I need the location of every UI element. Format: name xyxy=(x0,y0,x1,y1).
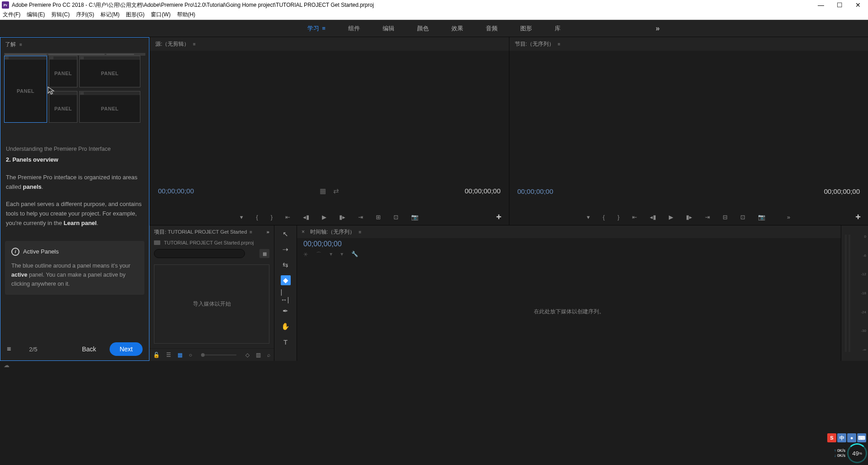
go-to-in-icon[interactable]: ⇤ xyxy=(632,214,637,221)
timeline-panel-title: 时间轴:（无序列） xyxy=(310,228,355,236)
marker-icon[interactable]: ▾ xyxy=(587,214,590,221)
import-media-zone[interactable]: 导入媒体以开始 xyxy=(154,264,269,344)
panel-menu-icon[interactable]: ≡ xyxy=(19,42,22,47)
slip-tool-icon[interactable]: |↔| xyxy=(281,291,291,301)
type-tool-icon[interactable]: T xyxy=(281,337,291,347)
sort-icon[interactable]: ◇ xyxy=(245,352,249,358)
menu-file[interactable]: 文件(F) xyxy=(3,11,20,19)
extract-icon[interactable]: ⊡ xyxy=(740,214,745,221)
workspace-learn[interactable]: 学习≡ xyxy=(307,24,326,33)
in-point-icon[interactable]: { xyxy=(603,214,604,221)
workspace-editing[interactable]: 编辑 xyxy=(383,24,394,33)
workspace-audio[interactable]: 音频 xyxy=(486,24,498,33)
menu-help[interactable]: 帮助(H) xyxy=(177,11,196,19)
ime-keyboard-icon[interactable]: ⌨ xyxy=(857,433,866,442)
tutorial-menu-icon[interactable]: ≡ xyxy=(7,345,11,353)
ripple-edit-tool-icon[interactable]: ⇆ xyxy=(281,260,291,270)
menu-sequence[interactable]: 序列(S) xyxy=(76,11,94,19)
close-tab-icon[interactable]: × xyxy=(302,229,305,235)
learn-panel[interactable]: 了解 ≡ PANEL PANEL PANEL PANEL PANEL xyxy=(0,37,149,361)
ime-chinese-icon[interactable]: 中 xyxy=(837,433,846,442)
workspace-libraries[interactable]: 库 xyxy=(555,24,561,33)
menu-clip[interactable]: 剪辑(C) xyxy=(51,11,70,19)
marker-icon[interactable]: ▾ xyxy=(340,251,343,259)
timeline-timecode[interactable]: 00;00;00;00 xyxy=(297,238,841,250)
overflow-icon[interactable]: » xyxy=(787,214,790,221)
program-scrub-bar[interactable] xyxy=(516,199,862,209)
ime-punct-icon[interactable]: ● xyxy=(847,433,856,442)
go-to-out-icon[interactable]: ⇥ xyxy=(358,214,363,221)
out-point-icon[interactable]: } xyxy=(271,214,273,221)
lock-icon[interactable]: 🔓 xyxy=(153,352,160,358)
maximize-button[interactable]: ☐ xyxy=(837,1,843,9)
snap-icon[interactable]: ⚹ xyxy=(303,251,308,259)
close-button[interactable]: ✕ xyxy=(855,1,861,9)
icon-view-icon[interactable]: ▦ xyxy=(177,352,182,358)
workspace-overflow-icon[interactable]: » xyxy=(656,24,660,33)
freeform-view-icon[interactable]: ○ xyxy=(189,352,192,358)
pen-tool-icon[interactable]: ✒ xyxy=(281,306,291,316)
ime-sogou-icon[interactable]: S xyxy=(827,433,836,442)
zoom-slider[interactable] xyxy=(201,355,236,355)
play-icon[interactable]: ▶ xyxy=(669,214,673,221)
source-monitor[interactable]: 源:（无剪辑） ≡ 00;00;00;00 ▦ ⇄ 00;00;00;00 ▾ … xyxy=(149,37,509,225)
linked-selection-icon[interactable]: ⌒ xyxy=(316,251,321,259)
panel-overflow-icon[interactable]: » xyxy=(267,229,269,235)
out-point-icon[interactable]: } xyxy=(618,214,619,221)
panel-menu-icon[interactable]: ≡ xyxy=(359,230,361,235)
menu-window[interactable]: 窗口(W) xyxy=(151,11,170,19)
menu-edit[interactable]: 编辑(E) xyxy=(27,11,45,19)
source-scrub-bar[interactable] xyxy=(156,199,503,209)
workspace-graphics[interactable]: 图形 xyxy=(520,24,532,33)
lift-icon[interactable]: ⊟ xyxy=(723,214,728,221)
in-point-icon[interactable]: { xyxy=(256,214,258,221)
find-icon[interactable]: ⌕ xyxy=(267,352,270,358)
step-forward-icon[interactable]: ▮▸ xyxy=(339,214,345,221)
panel-menu-icon[interactable]: ≡ xyxy=(193,42,196,47)
back-button[interactable]: Back xyxy=(82,345,96,353)
selection-tool-icon[interactable]: ↖ xyxy=(281,229,291,239)
cpu-gauge[interactable]: 49% xyxy=(847,443,867,463)
minimize-button[interactable]: — xyxy=(818,1,824,9)
overwrite-icon[interactable]: ⊡ xyxy=(393,214,398,221)
razor-tool-icon[interactable]: ◆ xyxy=(281,275,291,285)
workspace-color[interactable]: 颜色 xyxy=(417,24,429,33)
export-frame-icon[interactable]: 📷 xyxy=(758,214,765,221)
ime-indicator[interactable]: S 中 ● ⌨ xyxy=(827,433,866,442)
net-download-speed: 0K/s xyxy=(834,453,845,458)
export-frame-icon[interactable]: 📷 xyxy=(411,214,418,221)
project-search-input[interactable] xyxy=(154,249,245,258)
panel-menu-icon[interactable]: ≡ xyxy=(558,42,561,47)
workspace-assembly[interactable]: 组件 xyxy=(348,24,360,33)
marker-add-icon[interactable]: ▾ xyxy=(330,251,332,259)
next-button[interactable]: Next xyxy=(110,342,143,356)
program-monitor[interactable]: 节目:（无序列） ≡ 00;00;00;00 00;00;00;00 ▾ { }… xyxy=(509,37,868,225)
auto-sequence-icon[interactable]: ▥ xyxy=(256,352,261,358)
timeline-drop-zone[interactable]: 在此处放下媒体以创建序列。 xyxy=(297,262,841,361)
insert-icon[interactable]: ⊞ xyxy=(376,214,381,221)
step-back-icon[interactable]: ◂▮ xyxy=(303,214,309,221)
panel-menu-icon[interactable]: ≡ xyxy=(249,230,252,235)
settings-wrench-icon[interactable]: 🔧 xyxy=(351,251,358,259)
step-back-icon[interactable]: ◂▮ xyxy=(650,214,656,221)
settings-icon[interactable]: ⇄ xyxy=(333,187,339,195)
add-button-icon[interactable]: + xyxy=(855,212,861,222)
menu-marker[interactable]: 标记(M) xyxy=(101,11,120,19)
go-to-out-icon[interactable]: ⇥ xyxy=(705,214,710,221)
fit-icon[interactable]: ▦ xyxy=(320,187,326,195)
hand-tool-icon[interactable]: ✋ xyxy=(281,321,291,331)
workspace-effects[interactable]: 效果 xyxy=(451,24,463,33)
step-forward-icon[interactable]: ▮▸ xyxy=(686,214,692,221)
go-to-in-icon[interactable]: ⇤ xyxy=(285,214,290,221)
add-button-icon[interactable]: + xyxy=(496,212,502,222)
list-view-icon[interactable]: ☰ xyxy=(166,352,171,358)
panel-menu-icon[interactable]: ≡ xyxy=(322,25,326,32)
timeline-panel[interactable]: × 时间轴:（无序列） ≡ 00;00;00;00 ⚹ ⌒ ▾ ▾ 🔧 在此处放… xyxy=(297,225,841,361)
track-select-tool-icon[interactable]: ⇢ xyxy=(281,244,291,254)
new-bin-icon[interactable]: ▦ xyxy=(259,249,269,258)
creative-cloud-icon[interactable]: ☁ xyxy=(4,362,11,369)
project-panel[interactable]: 项目: TUTORIAL PROJECT Get Started ≡ » TUT… xyxy=(149,225,274,361)
menu-graphics[interactable]: 图形(G) xyxy=(126,11,144,19)
play-icon[interactable]: ▶ xyxy=(322,214,326,221)
marker-icon[interactable]: ▾ xyxy=(240,214,243,221)
